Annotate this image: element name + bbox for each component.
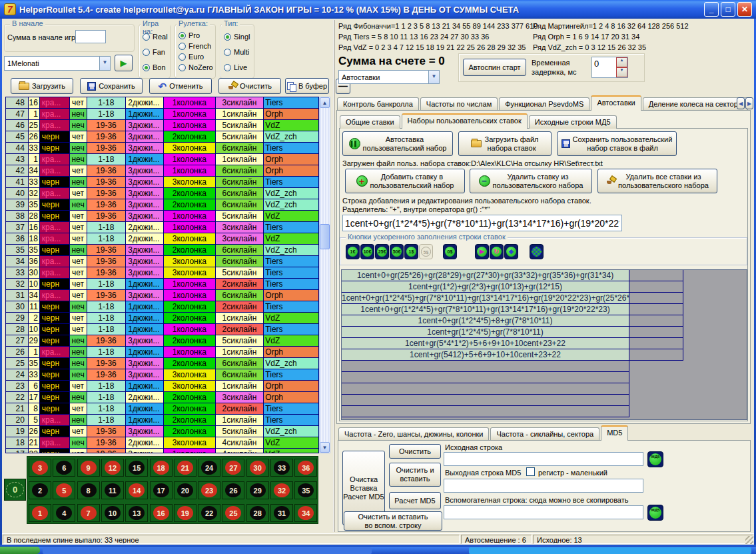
history-row[interactable]: 3828чернчет19-363дюжи...1колонка5сиклайн…	[6, 211, 318, 222]
toolbar-load-button[interactable]: Загрузить	[11, 78, 73, 94]
tab-4[interactable]: Деление колеса на сектора	[643, 97, 748, 111]
coin-0usd-button[interactable]: 0$	[443, 244, 457, 259]
mode-combo[interactable]: Автоставки ▼	[338, 70, 440, 84]
bet-list-item[interactable]: 1cent+0+gr(1*2*4*5)+8+gr(7*8*10*11)	[342, 315, 747, 327]
radio-Live[interactable]: Live	[224, 63, 250, 71]
history-row[interactable]: 4526чернчет19-363дюжи...2колонка5сиклайн…	[6, 131, 318, 143]
tab-2[interactable]: MD5	[601, 425, 628, 441]
history-row[interactable]: 3011черннеч1-181дюжи...2колонка2сиклайнT…	[6, 301, 318, 313]
history-row[interactable]: 1722чернчет19-362дюжи...1колонка4сиклайн…	[6, 449, 318, 453]
add-bet-button[interactable]: ＋ Добавить ставку в пользовательский наб…	[345, 169, 465, 193]
radio-Real[interactable]: Real	[143, 33, 168, 41]
bet-list-item[interactable]: 1cent+gr(5*4*1*2)+5+6+9+10+10cent+23+22	[342, 338, 747, 349]
history-row[interactable]: 236чернчет1-181дюжи...3колонка1сиклайнOr…	[6, 381, 318, 392]
roulette-cell-23[interactable]: 23	[198, 481, 220, 499]
history-table[interactable]: 4816кра...чет1-182дюжи...1колонка3сиклай…	[5, 97, 319, 453]
toolbar-copy-button[interactable]: В буфер	[285, 78, 329, 94]
taskbar-button[interactable]	[43, 547, 372, 554]
history-row[interactable]: 3935черннеч19-363дюжи...2колонка6сиклайн…	[6, 199, 318, 211]
coin-button-1€[interactable]: 1€	[346, 244, 360, 259]
history-row[interactable]: 4625кра...неч19-363дюжи...1колонка5сикла…	[6, 120, 318, 131]
roulette-cell-30[interactable]: 30	[246, 459, 269, 477]
roulette-cell-10[interactable]: 10	[101, 504, 124, 522]
radio-Multi[interactable]: Multi	[224, 48, 250, 56]
roulette-cell-9[interactable]: 9	[77, 459, 100, 477]
history-row[interactable]: 4816кра...чет1-182дюжи...1колонка3сиклай…	[6, 97, 318, 109]
radio-Pro[interactable]: Pro	[179, 31, 213, 39]
roulette-cell-5[interactable]: 5	[53, 481, 75, 499]
history-row[interactable]: 2217черннеч1-182дюжи...2колонка3сиклайнO…	[6, 392, 318, 403]
roulette-cell-32[interactable]: 32	[270, 481, 293, 499]
paint-fill-button[interactable]: ◆	[504, 244, 518, 259]
roulette-cell-19[interactable]: 19	[174, 504, 196, 522]
bet-list-item[interactable]: 1cent+0+gr(25*26)+gr(28*29)+gr(27*30)+gr…	[342, 270, 747, 281]
lowercase-checkbox[interactable]	[526, 467, 535, 476]
bet-list-item[interactable]: 1cent+gr(5412)+5+6+9+10+10cent+23+22	[342, 349, 747, 361]
minimize-button[interactable]: _	[704, 2, 719, 17]
tab-2[interactable]: Исходные строки МД5	[529, 115, 617, 129]
radio-NoZero[interactable]: NoZero	[179, 63, 213, 71]
history-row[interactable]: 3535черннеч19-363дюжи...2колонка6сиклайн…	[6, 245, 318, 256]
history-row[interactable]: 218чернчет1-181дюжи...2колонка2сиклайнTi…	[6, 403, 318, 415]
roulette-cell-26[interactable]: 26	[222, 481, 244, 499]
history-row[interactable]: 2433черннеч19-363дюжи...3колонка6сиклайн…	[6, 369, 318, 381]
chevron-down-icon[interactable]: ▼	[428, 71, 439, 83]
radio-French[interactable]: French	[179, 42, 213, 50]
roulette-cell-28[interactable]: 28	[246, 504, 269, 522]
md5-aux-input[interactable]	[444, 505, 643, 519]
sum-start-input[interactable]	[75, 30, 106, 43]
coin-button-50€[interactable]: 50€	[390, 244, 404, 259]
tab-0[interactable]: Контроль банкролла	[337, 97, 419, 111]
md5-clear-and-paste-button[interactable]: Очистить и вставить	[389, 463, 441, 487]
delay-value[interactable]: 0	[592, 57, 616, 77]
roulette-cell-8[interactable]: 8	[77, 481, 100, 499]
taskbar-button-active[interactable]	[469, 547, 751, 554]
roulette-cell-33[interactable]: 33	[270, 459, 293, 477]
history-row[interactable]: 3618кра...чет1-182дюжи...3колонка3сиклай…	[6, 233, 318, 245]
coin-button-10€[interactable]: 10€	[360, 244, 374, 259]
md5-calc-button[interactable]: Расчет MD5	[389, 492, 441, 509]
roulette-cell-4[interactable]: 4	[53, 504, 75, 522]
bet-list-item[interactable]: 1cent+0+gr(1*2*4*5)+gr(7*8*10*11)+gr(13*…	[342, 293, 747, 304]
roulette-cell-15[interactable]: 15	[125, 459, 148, 477]
toolbar-save-button[interactable]: Сохранить	[80, 78, 143, 94]
history-row[interactable]: 4234кра...чет19-363дюжи...1колонка6сикла…	[6, 165, 318, 177]
md5-clear-button[interactable]: Очистить	[389, 444, 441, 459]
roulette-cell-zero[interactable]: 0	[4, 479, 26, 501]
tab-3[interactable]: Автоставки	[591, 95, 641, 111]
scroll-thumb[interactable]	[320, 224, 330, 249]
pattern-fill-button[interactable]	[530, 244, 544, 259]
history-row[interactable]: 205кра...неч1-181дюжи...2колонка1сиклайн…	[6, 415, 318, 426]
coin-button-1$[interactable]: 1$	[404, 244, 418, 259]
radio-Fan[interactable]: Fan	[143, 48, 168, 56]
play-fill-button[interactable]: ▶	[475, 244, 489, 259]
history-row[interactable]: 261кра...неч1-181дюжи...1колонка1сиклайн…	[6, 347, 318, 358]
radio-Bon[interactable]: Bon	[143, 63, 168, 71]
spinner-down-button[interactable]: ▼	[616, 67, 627, 77]
bet-list-item[interactable]: 1cent+0+gr(1*2*4*5)+gr(7*8*10*11)+gr(13*…	[342, 304, 747, 315]
roulette-cell-18[interactable]: 18	[150, 459, 173, 477]
history-scrollbar[interactable]: ▲ ▼	[319, 97, 330, 453]
bet-string-input[interactable]	[342, 215, 622, 231]
tab-0[interactable]: Общие ставки	[340, 115, 400, 129]
tab-scroll-right-button[interactable]: ▶	[745, 97, 753, 109]
md5-source-input[interactable]	[444, 452, 643, 466]
history-row[interactable]: 2729черннеч19-363дюжи...2колонка5сиклайн…	[6, 335, 318, 347]
roulette-cell-25[interactable]: 25	[222, 504, 244, 522]
roulette-cell-3[interactable]: 3	[29, 459, 51, 477]
maximize-button[interactable]: □	[721, 2, 735, 17]
coin-button-25€[interactable]: 25€	[375, 244, 389, 259]
coin-button-5$[interactable]: 5$	[419, 244, 433, 259]
md5-output-input[interactable]	[444, 479, 643, 493]
history-row[interactable]: 4133черннеч19-363дюжи...3колонка6сиклайн…	[6, 177, 318, 188]
roulette-cell-1[interactable]: 1	[29, 504, 51, 522]
history-row[interactable]: 3134кра...чет19-363дюжи...1колонка6сикла…	[6, 290, 318, 301]
tab-scroll-left-button[interactable]: ◀	[737, 97, 745, 109]
refresh-fill-button[interactable]: ↻	[490, 244, 504, 259]
roulette-cell-12[interactable]: 12	[101, 459, 124, 477]
close-button[interactable]: ✕	[737, 2, 752, 17]
save-set-file-button[interactable]: Сохранить пользовательский набор ставок …	[557, 131, 677, 156]
spinner-up-button[interactable]: ▲	[616, 57, 627, 67]
md5-clear-paste-aux-button[interactable]: Очистить и вставить во вспом. строку	[344, 511, 442, 531]
roulette-cell-16[interactable]: 16	[150, 504, 173, 522]
